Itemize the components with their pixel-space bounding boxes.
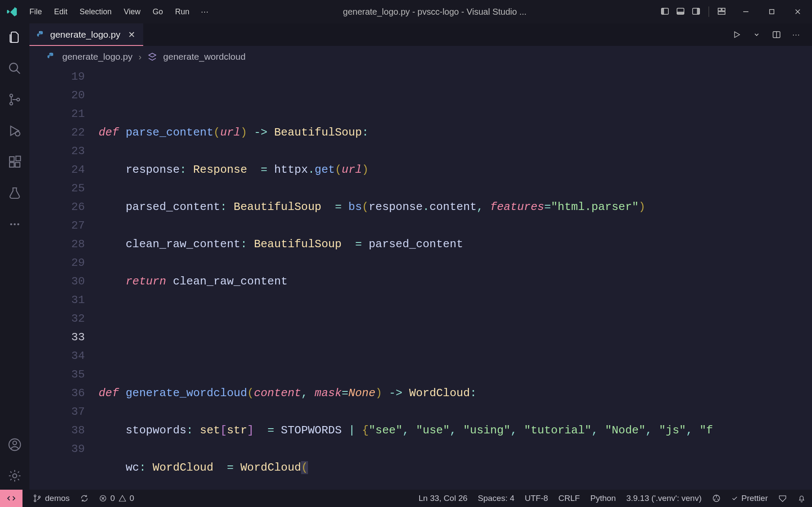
source-control-icon[interactable] [7,92,22,107]
svg-rect-5 [697,8,700,14]
svg-rect-22 [16,156,21,161]
svg-point-29 [39,31,40,32]
svg-rect-7 [722,8,725,11]
menu-go[interactable]: Go [153,7,163,16]
svg-point-18 [15,131,20,136]
breadcrumb-symbol[interactable]: generate_wordcloud [163,52,245,62]
menu-edit[interactable]: Edit [54,7,67,16]
activitybar [0,23,29,490]
editor-area: generate_logo.py ✕ ⋯ generate_logo.py › … [29,23,812,490]
python-file-icon [47,52,56,61]
svg-rect-10 [770,10,774,14]
statusbar: demos 0 0 Ln 33, Col 26 Spaces: 4 UTF-8 … [0,490,812,507]
layout-divider [709,6,709,17]
settings-gear-icon[interactable] [7,468,22,484]
tab-filename: generate_logo.py [50,29,120,40]
main-area: generate_logo.py ✕ ⋯ generate_logo.py › … [0,23,812,490]
svg-point-27 [13,441,17,445]
svg-point-33 [34,500,36,502]
menu-selection[interactable]: Selection [80,7,112,16]
code-editor[interactable]: 19 20 21 22 23 24 25 26 27 28 29 30 31 3… [29,68,812,490]
tab-generate-logo[interactable]: generate_logo.py ✕ [29,23,143,46]
more-activity-icon[interactable] [7,216,22,232]
extensions-icon[interactable] [7,154,22,170]
minimize-button[interactable] [741,7,751,16]
explorer-icon[interactable] [7,29,22,45]
breadcrumb-file[interactable]: generate_logo.py [62,52,132,62]
vscode-logo-icon [6,6,18,18]
layout-controls [660,6,726,17]
search-icon[interactable] [7,61,22,76]
remote-indicator[interactable] [0,490,22,507]
run-debug-icon[interactable] [7,123,22,139]
editor-more-icon[interactable]: ⋯ [791,29,802,40]
svg-point-17 [17,98,19,101]
code-content[interactable]: def parse_content(url) -> BeautifulSoup:… [99,68,812,490]
titlebar: File Edit Selection View Go Run ⋯ genera… [0,0,812,23]
tab-close-icon[interactable]: ✕ [128,29,135,40]
menubar: File Edit Selection View Go Run [29,7,189,16]
svg-point-15 [10,94,13,97]
git-branch-name: demos [45,494,70,503]
split-editor-icon[interactable] [771,29,782,40]
formatter-name: Prettier [741,494,768,503]
live-share-icon[interactable] [712,494,721,503]
menu-view[interactable]: View [124,7,141,16]
svg-rect-1 [661,8,664,14]
window-controls [741,7,802,16]
window-title: generate_logo.py - pvscc-logo - Visual S… [212,7,658,17]
menu-more-icon[interactable]: ⋯ [201,7,209,16]
eol-status[interactable]: CRLF [558,494,580,503]
formatter-status[interactable]: Prettier [731,494,768,503]
svg-point-34 [39,496,40,498]
breadcrumb-separator-icon: › [138,52,141,62]
run-dropdown-icon[interactable] [751,29,762,40]
menu-file[interactable]: File [29,7,42,16]
indentation-status[interactable]: Spaces: 4 [478,494,515,503]
svg-rect-20 [10,162,14,167]
cursor-position[interactable]: Ln 33, Col 26 [418,494,467,503]
svg-point-16 [10,102,13,105]
svg-rect-21 [15,162,20,167]
svg-rect-6 [718,8,721,11]
customize-layout-icon[interactable] [717,6,726,16]
svg-point-32 [34,495,36,497]
svg-rect-8 [718,12,725,14]
maximize-button[interactable] [767,7,777,16]
error-count: 0 [110,494,115,503]
notifications-bell-icon[interactable] [797,494,806,503]
breadcrumbs[interactable]: generate_logo.py › generate_wordcloud [29,46,812,68]
svg-point-28 [13,474,16,478]
accounts-icon[interactable] [7,437,22,452]
svg-point-13 [10,63,18,71]
toggle-panel-right-icon[interactable] [691,6,701,16]
language-mode[interactable]: Python [590,494,616,503]
editor-tabs: generate_logo.py ✕ ⋯ [29,23,812,46]
problems-status[interactable]: 0 0 [99,494,134,503]
tab-actions: ⋯ [721,23,812,46]
svg-point-24 [14,223,16,226]
warning-count: 0 [130,494,135,503]
toggle-panel-bottom-icon[interactable] [676,6,685,16]
python-interpreter[interactable]: 3.9.13 ('.venv': venv) [626,494,702,503]
function-symbol-icon [148,52,157,61]
sync-status-icon[interactable] [80,494,89,503]
svg-rect-3 [677,12,684,14]
menu-run[interactable]: Run [175,7,189,16]
line-gutter: 19 20 21 22 23 24 25 26 27 28 29 30 31 3… [29,68,99,490]
svg-line-14 [16,70,20,74]
feedback-icon[interactable] [778,494,787,503]
svg-point-23 [10,223,13,226]
toggle-panel-left-icon[interactable] [660,6,670,16]
encoding-status[interactable]: UTF-8 [525,494,548,503]
python-file-icon [36,30,45,39]
close-window-button[interactable] [793,7,802,16]
testing-icon[interactable] [7,185,22,201]
svg-point-25 [17,223,19,226]
svg-rect-19 [10,157,14,161]
git-branch-status[interactable]: demos [33,494,70,503]
run-file-icon[interactable] [732,29,742,40]
